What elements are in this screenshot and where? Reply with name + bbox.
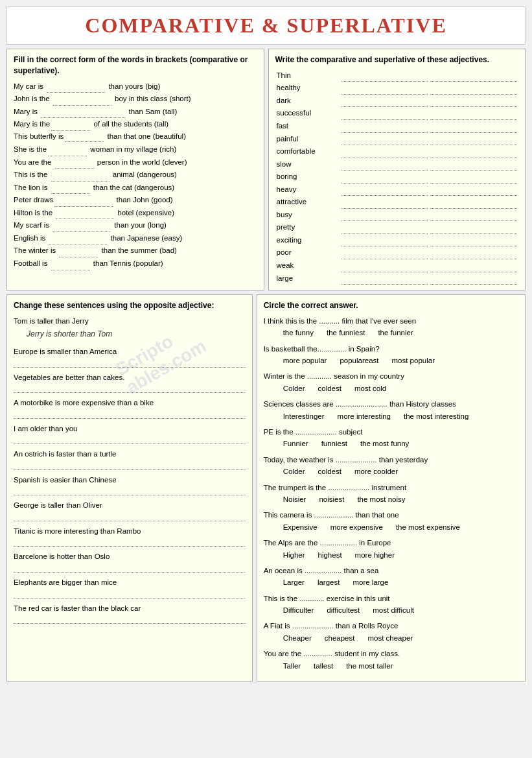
opposite-panel: Change these sentences using the opposit…: [6, 294, 253, 681]
sentence-7: You are the person in the world (clever): [14, 156, 257, 169]
adj-row-heavy: heavy: [275, 184, 519, 196]
page-title: COMPARATIVE & SUPERLATIVE: [10, 14, 522, 38]
top-row: Fill in the correct form of the words in…: [6, 49, 526, 290]
adj-row-boring: boring: [275, 171, 519, 184]
adj-row-dark: dark: [275, 95, 519, 108]
opposite-instruction: Change these sentences using the opposit…: [14, 300, 246, 311]
circle-q2: Is basketball the.............. in Spain…: [264, 343, 518, 367]
sentence-3: Mary is than Sam (tall): [14, 106, 257, 119]
circle-q13: You are the .............. student in my…: [264, 648, 518, 672]
fill-in-sentences: My car is than yours (big) John is the b…: [14, 80, 257, 270]
adjectives-table: Thin healthy dark su: [275, 69, 519, 285]
circle-questions: I think this is the .......... film that…: [264, 315, 518, 672]
circle-q1: I think this is the .......... film that…: [264, 315, 518, 339]
adj-row-weak: weak: [275, 259, 519, 272]
sentence-2: John is the boy in this class (short): [14, 93, 257, 106]
adj-row-fast: fast: [275, 120, 519, 133]
opp-sentence-4: I am older than you: [14, 423, 246, 445]
adj-row-comfortable: comfortable: [275, 145, 519, 158]
example-block: Tom is taller than Jerry Jerry is shorte…: [14, 315, 246, 342]
sentence-13: English is than Japanese (easy): [14, 232, 257, 245]
opp-sentence-9: Barcelone is hotter than Oslo: [14, 551, 246, 573]
adj-row-attractive: attractive: [275, 196, 519, 209]
sentence-1: My car is than yours (big): [14, 80, 257, 93]
adjectives-instruction: Write the comparative and superlative of…: [275, 54, 519, 65]
sentence-11: Hilton is the hotel (expensive): [14, 207, 257, 220]
circle-q11: This is the ............ exercise in thi…: [264, 593, 518, 617]
adj-row-busy: busy: [275, 209, 519, 222]
sentence-5: This butterfly is than that one (beautif…: [14, 131, 257, 142]
circle-q12: A Fiat is .................... than a Ro…: [264, 620, 518, 644]
example-question: Tom is taller than Jerry: [14, 315, 246, 328]
adj-row-poor: poor: [275, 246, 519, 259]
adj-row-pretty: pretty: [275, 221, 519, 234]
circle-q8: This camera is ................... than …: [264, 509, 518, 533]
opp-sentence-11: The red car is faster than the black car: [14, 602, 246, 624]
opp-sentence-10: Elephants are bigger than mice: [14, 576, 246, 598]
opp-sentence-3: A motorbike is more expensive than a bik…: [14, 397, 246, 419]
circle-q6: Today, the weather is ..................…: [264, 454, 518, 478]
fill-in-panel: Fill in the correct form of the words in…: [6, 49, 264, 290]
adj-row-painful: painful: [275, 133, 519, 146]
example-answer: Jerry is shorter than Tom: [27, 327, 246, 342]
opp-sentence-2: Vegetables are better than cakes.: [14, 372, 246, 394]
adj-row-healthy: healthy: [275, 82, 519, 95]
opp-sentence-6: Spanish is easier than Chinese: [14, 474, 246, 496]
adj-row-successful: successful: [275, 107, 519, 120]
sentence-9: The lion is than the cat (dangerous): [14, 182, 257, 195]
circle-panel: Circle the correct answer. I think this …: [257, 294, 526, 681]
circle-q3: Winter is the ............ season in my …: [264, 370, 518, 394]
opp-sentence-7: George is taller than Oliver: [14, 499, 246, 521]
sentence-12: My scarf is than your (long): [14, 219, 257, 232]
sentence-6: She is the woman in my village (rich): [14, 143, 257, 156]
circle-q5: PE is the .................... subject F…: [264, 426, 518, 450]
circle-instruction: Circle the correct answer.: [264, 300, 518, 311]
bottom-row: Change these sentences using the opposit…: [6, 294, 526, 681]
sentence-8: This is the animal (dangerous): [14, 169, 257, 182]
sentence-4: Mary is the of all the students (tall): [14, 118, 257, 131]
adj-row-thin: Thin: [275, 69, 519, 82]
sentence-15: Football is than Tennis (popular): [14, 257, 257, 270]
opp-sentence-1: Europe is smaller than America: [14, 346, 246, 368]
title-bar: COMPARATIVE & SUPERLATIVE: [6, 6, 526, 45]
adj-row-exciting: exciting: [275, 234, 519, 247]
adj-row-large: large: [275, 272, 519, 285]
fill-in-instruction: Fill in the correct form of the words in…: [14, 54, 257, 77]
sentence-14: The winter is than the summer (bad): [14, 244, 257, 257]
opp-sentence-8: Titanic is more interesting than Rambo: [14, 525, 246, 547]
circle-q9: The Alps are the .................. in E…: [264, 537, 518, 561]
opp-sentence-5: An ostrich is faster than a turtle: [14, 448, 246, 470]
adjectives-panel: Write the comparative and superlative of…: [268, 49, 526, 290]
circle-q7: The trumpert is the ....................…: [264, 482, 518, 506]
adj-row-slow: slow: [275, 158, 519, 171]
circle-q10: An ocean is .................. than a se…: [264, 565, 518, 589]
circle-q4: Sciences classes are ...................…: [264, 398, 518, 422]
sentence-10: Peter draws than John (good): [14, 194, 257, 207]
